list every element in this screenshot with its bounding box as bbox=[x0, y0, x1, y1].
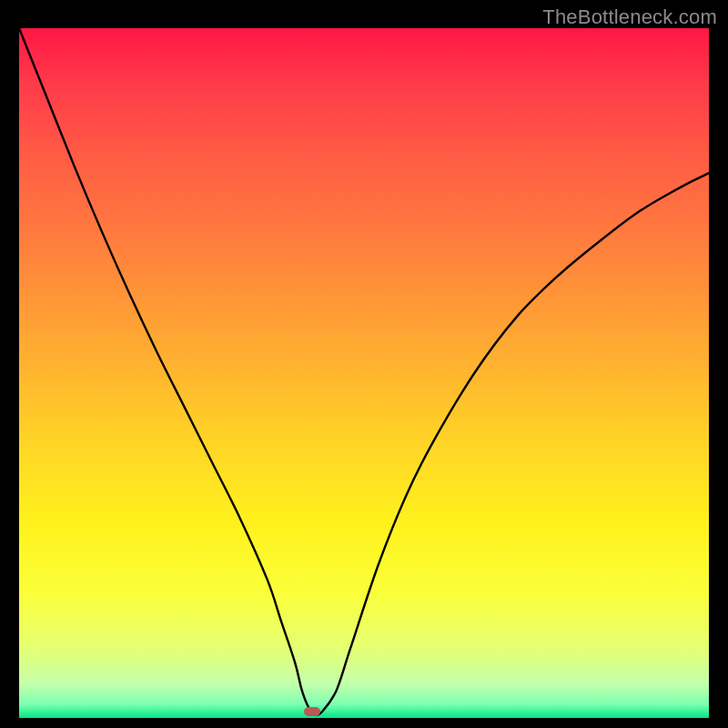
optimum-marker bbox=[304, 707, 320, 716]
bottleneck-curve bbox=[19, 28, 709, 718]
watermark-text: TheBottleneck.com bbox=[542, 5, 717, 29]
